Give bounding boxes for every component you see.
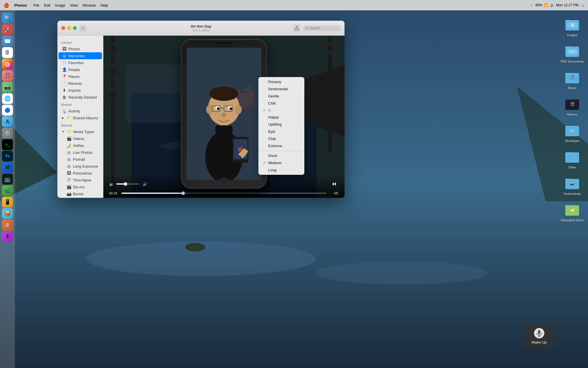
expand-icon: ▶ [62, 116, 64, 119]
timeline-bar[interactable] [121, 193, 326, 194]
dock-mail[interactable]: ✉️ [2, 36, 13, 47]
sidebar-item-activity[interactable]: 📡 Activity [59, 108, 102, 114]
dock-facetime[interactable]: 📹 [2, 185, 13, 196]
menubar-window[interactable]: Window [80, 3, 98, 8]
medium-check: ✓ [263, 161, 266, 165]
menu-item-uplifting[interactable]: Uplifting [258, 121, 304, 128]
menu-item-dreamy[interactable]: Dreamy [258, 78, 304, 85]
sidebar-item-places[interactable]: 📍 Places [59, 73, 102, 80]
back-button[interactable]: ‹ [80, 25, 86, 32]
sidebar-item-screenshots[interactable]: 📷 Screenshots [59, 197, 102, 198]
memories-icon: ◎ [62, 53, 67, 58]
menubar-file[interactable]: File [31, 3, 42, 8]
finder-item-relocated[interactable]: 📁 Relocated Items [561, 201, 583, 222]
finder-label-screenshots: Screenshots [563, 192, 581, 195]
wake-up-panel: Wake Up [525, 324, 554, 348]
svg-text:</>: </> [570, 129, 575, 133]
sidebar-item-selfies[interactable]: 🤳 Selfies [59, 142, 102, 149]
skip-forward-button[interactable] [330, 179, 339, 189]
finder-label-movies: Movies [567, 113, 577, 116]
maximize-button[interactable] [73, 26, 77, 30]
main-content: 🍎 [103, 36, 345, 198]
shared-section-title: Shared [57, 101, 103, 108]
dock-safari[interactable]: 🌐 [2, 93, 13, 104]
share-button[interactable] [293, 24, 301, 32]
sidebar-item-recents[interactable]: 🕐 Recents [59, 80, 102, 87]
sidebar-item-bursts[interactable]: 📷 Bursts [59, 190, 102, 197]
finder-item-screenshots[interactable]: 📸 Screenshots [563, 175, 581, 195]
menu-item-extreme[interactable]: Extreme [258, 142, 304, 150]
menu-item-epic[interactable]: Epic [258, 128, 304, 135]
dock-settings[interactable]: ⚙️ [2, 128, 13, 139]
menubar: 🍎 Photos File Edit Image View Window Hel… [0, 0, 588, 10]
dock-photos-active[interactable]: 📷 [2, 82, 13, 93]
menu-item-happy[interactable]: Happy [258, 114, 304, 121]
dock-misc3[interactable]: 🎯 [2, 220, 13, 231]
dock-photos[interactable]: 🌸 [2, 59, 13, 70]
dock-appstore[interactable]: A [2, 116, 13, 127]
menu-item-chill[interactable]: Chill [258, 100, 304, 107]
finder-item-music[interactable]: 🎵 Music [564, 69, 580, 90]
dock-appletv[interactable]: 📺 [2, 174, 13, 185]
menubar-view[interactable]: View [68, 3, 80, 8]
sidebar-item-favorites[interactable]: ♡ Favorites [59, 59, 102, 66]
volume-slider[interactable] [116, 183, 139, 185]
search-menubar-icon[interactable]: 🔍 [580, 3, 585, 7]
dock-itunes[interactable]: 🎵 [2, 70, 13, 81]
window-body: Library 🖼 Photos ◎ Memories ♡ Favorites … [57, 36, 345, 198]
sidebar-item-shared-albums[interactable]: ▶ 📁 Shared Albums [59, 114, 102, 121]
window-subtitle: Oct 5, 2016 [191, 28, 211, 32]
dock-xcode[interactable]: ⚒ [2, 162, 13, 173]
sidebar-item-photos[interactable]: 🖼 Photos [59, 45, 102, 52]
menu-item-club[interactable]: Club [258, 135, 304, 142]
sidebar-item-imports[interactable]: ⬇ Imports [59, 87, 102, 94]
sidebar: Library 🖼 Photos ◎ Memories ♡ Favorites … [57, 36, 103, 198]
menu-item-gentle[interactable]: Gentle [258, 93, 304, 100]
dock-photoshop[interactable]: Ps [2, 151, 13, 162]
menubar-image[interactable]: Image [53, 3, 67, 8]
sidebar-item-slo-mo[interactable]: 🎬 Slo-mo [59, 183, 102, 190]
sidebar-item-videos[interactable]: 🎬 Videos [59, 135, 102, 142]
menu-item-sentimental[interactable]: Sentimental [258, 85, 304, 93]
dock-chrome[interactable]: 🔵 [2, 105, 13, 116]
search-box[interactable] [303, 25, 341, 31]
dock-launchpad[interactable]: 🚀 [2, 24, 13, 35]
finder-item-pdfs[interactable]: PDF PDF Documents [561, 43, 584, 63]
menubar-right: 🔋 89% 📶 🔊 Mon 12:27 PM 🔍 [529, 3, 585, 7]
minimize-button[interactable] [67, 26, 71, 30]
menubar-app-name[interactable]: Photos [12, 3, 29, 8]
dock-calendar[interactable]: 🗓 [2, 47, 13, 58]
dock-misc1[interactable]: 📱 [2, 197, 13, 208]
finder-item-other[interactable]: Other [564, 148, 580, 169]
media-types-expand-icon: ▼ [62, 130, 65, 133]
sidebar-item-people[interactable]: 👤 People [59, 66, 102, 73]
menu-item-dot[interactable]: ✓ [258, 107, 304, 114]
sidebar-item-media-types[interactable]: ▼ 📁 Media Types [59, 128, 102, 135]
phone-container: 🍎 [181, 39, 267, 189]
sidebar-item-live-photos[interactable]: ◎ Live Photos [59, 149, 102, 156]
finder-item-images[interactable]: 🖼 Images [564, 16, 580, 37]
svg-point-65 [210, 87, 238, 101]
sidebar-item-recently-deleted[interactable]: 🗑 Recently Deleted [59, 94, 102, 101]
dock-finder[interactable]: 🔍 [2, 13, 13, 24]
finder-item-developer[interactable]: </> Developer [564, 122, 580, 143]
sidebar-item-portrait[interactable]: ◎ Portrait [59, 156, 102, 163]
close-button[interactable] [61, 26, 65, 30]
svg-text:📁: 📁 [570, 208, 575, 212]
finder-item-movies[interactable]: 🎬 Movies [564, 95, 580, 116]
dock-misc2[interactable]: 📦 [2, 208, 13, 219]
search-input[interactable] [310, 26, 338, 30]
sidebar-item-timelapse[interactable]: ⏱ Time-lapse [59, 177, 102, 183]
menu-item-medium[interactable]: ✓ Medium [258, 159, 304, 166]
sidebar-item-memories[interactable]: ◎ Memories [59, 52, 102, 59]
dock-misc4[interactable]: 🎙 [2, 231, 13, 242]
menubar-help[interactable]: Help [98, 3, 111, 8]
menu-item-short[interactable]: Short [258, 152, 304, 159]
apple-menu[interactable]: 🍎 [3, 3, 9, 8]
menu-item-long[interactable]: Long [258, 166, 304, 174]
sidebar-item-panoramas[interactable]: 🖼 Panoramas [59, 170, 102, 177]
dock-terminal[interactable]: >_ [2, 139, 13, 150]
phone-notch [215, 42, 233, 44]
sidebar-item-long-exposure[interactable]: ◎ Long Exposure [59, 163, 102, 170]
menubar-edit[interactable]: Edit [42, 3, 53, 8]
